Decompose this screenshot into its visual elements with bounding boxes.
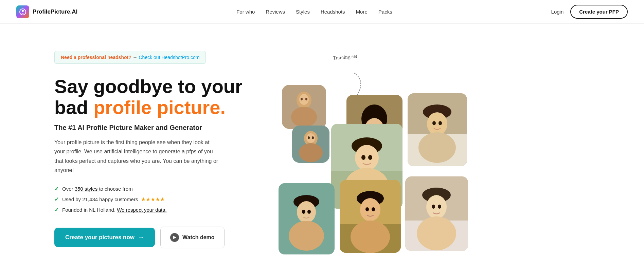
styles-link[interactable]: 350 styles [75,186,99,192]
check-icon-0: ✓ [54,186,59,192]
hero-heading: Say goodbye to your bad profile picture. [54,76,251,118]
svg-point-34 [361,155,365,160]
training-photo-1 [282,85,326,129]
hero-subtitle: The #1 AI Profile Picture Maker and Gene… [54,124,251,132]
svg-point-1 [22,10,24,12]
heading-line2-plain: bad [54,97,93,118]
watch-demo-button[interactable]: ▶ Watch demo [160,227,225,248]
watch-demo-label: Watch demo [182,234,215,241]
svg-point-53 [426,195,447,219]
svg-point-14 [312,136,314,139]
navbar: ProfilePicture.AI For who Reviews Styles… [0,0,644,24]
svg-point-55 [438,205,441,209]
checklist: ✓ Over 350 styles to choose from ✓ Used … [54,186,251,213]
svg-point-25 [427,112,447,135]
svg-point-39 [297,201,316,223]
svg-point-5 [291,107,317,127]
nav-headshots[interactable]: Headshots [321,9,345,15]
nav-more[interactable]: More [356,9,368,15]
banner-link[interactable]: Check out HeadshotPro.com [139,55,200,60]
training-photo-2 [292,126,329,163]
ai-photo-4 [279,183,335,254]
svg-point-13 [308,136,310,139]
ai-photo-2 [408,93,467,166]
svg-point-42 [289,221,324,251]
svg-point-33 [366,147,368,149]
training-label: Training set [333,53,357,61]
create-pictures-button[interactable]: Create your pictures now → [54,228,155,247]
checklist-text-2: Founded in NL Holland. We respect your d… [62,207,167,213]
svg-point-11 [299,143,323,162]
hero-section: Need a professional headshot? → Check ou… [0,24,644,267]
logo-icon [16,5,29,18]
checklist-text-1: Used by 21,434 happy customers ★★★★★ [62,196,165,203]
photo-collage [272,64,617,248]
banner-separator: → [133,55,138,60]
svg-point-49 [351,221,390,253]
privacy-link[interactable]: We respect your data. [117,207,166,213]
logo-text: ProfilePicture.AI [33,8,77,15]
svg-point-47 [365,207,369,211]
hero-right: Training set [272,44,617,248]
nav-packs[interactable]: Packs [378,9,392,15]
nav-reviews[interactable]: Reviews [266,9,285,15]
play-icon: ▶ [170,233,179,242]
nav-right: Login Create your PFP [551,5,628,19]
svg-point-7 [301,98,303,100]
login-button[interactable]: Login [551,9,564,15]
heading-line2-highlight: profile picture. [93,97,226,118]
svg-point-8 [305,98,307,100]
svg-point-54 [432,205,435,209]
nav-styles[interactable]: Styles [296,9,310,15]
banner-highlight: Need a professional headshot? [61,55,131,60]
check-icon-1: ✓ [54,196,59,203]
hero-description: Your profile picture is the first thing … [54,138,221,175]
check-icon-2: ✓ [54,207,59,213]
heading-line1: Say goodbye to your [54,76,243,97]
checklist-item-2: ✓ Founded in NL Holland. We respect your… [54,207,251,213]
hero-left: Need a professional headshot? → Check ou… [54,44,251,248]
create-pictures-label: Create your pictures now [65,234,135,241]
arrow-icon: → [138,234,144,241]
checklist-text-0: Over 350 styles to choose from [62,186,133,192]
checklist-item-0: ✓ Over 350 styles to choose from [54,186,251,192]
ai-photo-6 [405,176,468,251]
logo[interactable]: ProfilePicture.AI [16,5,77,18]
svg-point-46 [360,198,380,221]
svg-point-26 [432,121,436,125]
svg-point-40 [302,210,305,214]
checklist-item-1: ✓ Used by 21,434 happy customers ★★★★★ [54,196,251,203]
ai-photo-5 [340,180,401,253]
svg-point-27 [439,121,442,125]
cta-row: Create your pictures now → ▶ Watch demo [54,227,251,248]
banner: Need a professional headshot? → Check ou… [54,51,206,64]
svg-point-28 [418,132,456,163]
svg-point-56 [417,216,456,250]
nav-links: For who Reviews Styles Headshots More Pa… [236,9,392,15]
nav-for-who[interactable]: For who [236,9,255,15]
create-pfp-button[interactable]: Create your PFP [570,5,628,19]
svg-point-35 [368,155,372,160]
stars: ★★★★★ [141,196,165,202]
svg-point-41 [307,210,311,214]
svg-point-48 [372,207,375,211]
svg-point-12 [306,133,315,143]
